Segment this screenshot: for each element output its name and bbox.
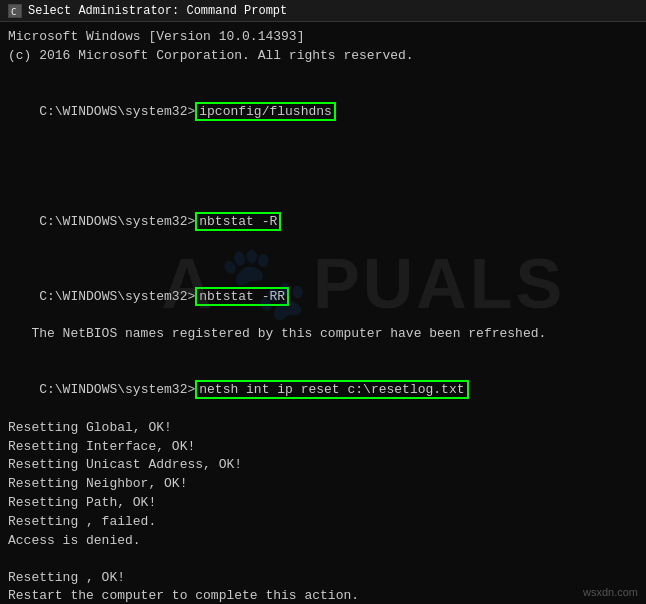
cmd-window: A 🐾 PUALS Microsoft Windows [Version 10.… bbox=[0, 22, 646, 604]
line-9: The NetBIOS names registered by this com… bbox=[8, 325, 638, 344]
line-6-cmd: C:\WINDOWS\system32>nbtstat -R bbox=[8, 194, 638, 251]
line-19: Restart the computer to complete this ac… bbox=[8, 587, 638, 604]
line-2: (c) 2016 Microsoft Corporation. All righ… bbox=[8, 47, 638, 66]
line-3-cmd: C:\WINDOWS\system32>ipconfig/flushdns bbox=[8, 84, 638, 141]
cmd-ipconfig: ipconfig/flushdns bbox=[195, 102, 336, 121]
line-14: Resetting Neighbor, OK! bbox=[8, 475, 638, 494]
prompt-8: C:\WINDOWS\system32> bbox=[39, 289, 195, 304]
blank-2 bbox=[8, 140, 638, 158]
wsxdn-watermark: wsxdn.com bbox=[583, 586, 638, 598]
blank-3 bbox=[8, 158, 638, 176]
blank-1 bbox=[8, 66, 638, 84]
blank-6 bbox=[8, 344, 638, 362]
line-17: Access is denied. bbox=[8, 532, 638, 551]
line-8-cmd: C:\WINDOWS\system32>nbtstat -RR bbox=[8, 269, 638, 326]
prompt-10: C:\WINDOWS\system32> bbox=[39, 382, 195, 397]
line-12: Resetting Interface, OK! bbox=[8, 438, 638, 457]
svg-text:C: C bbox=[11, 7, 16, 17]
cmd-nbtstat-r: nbtstat -R bbox=[195, 212, 281, 231]
line-18: Resetting , OK! bbox=[8, 569, 638, 588]
line-1: Microsoft Windows [Version 10.0.14393] bbox=[8, 28, 638, 47]
cmd-netsh-reset: netsh int ip reset c:\resetlog.txt bbox=[195, 380, 468, 399]
title-bar: C Select Administrator: Command Prompt bbox=[0, 0, 646, 22]
blank-5 bbox=[8, 251, 638, 269]
line-11: Resetting Global, OK! bbox=[8, 419, 638, 438]
prompt-3: C:\WINDOWS\system32> bbox=[39, 104, 195, 119]
line-15: Resetting Path, OK! bbox=[8, 494, 638, 513]
line-16: Resetting , failed. bbox=[8, 513, 638, 532]
line-10-cmd: C:\WINDOWS\system32>netsh int ip reset c… bbox=[8, 362, 638, 419]
cmd-icon: C bbox=[8, 4, 22, 18]
line-13: Resetting Unicast Address, OK! bbox=[8, 456, 638, 475]
cmd-nbtstat-rr: nbtstat -RR bbox=[195, 287, 289, 306]
title-bar-text: Select Administrator: Command Prompt bbox=[28, 4, 287, 18]
prompt-6: C:\WINDOWS\system32> bbox=[39, 214, 195, 229]
blank-7 bbox=[8, 551, 638, 569]
blank-4 bbox=[8, 176, 638, 194]
